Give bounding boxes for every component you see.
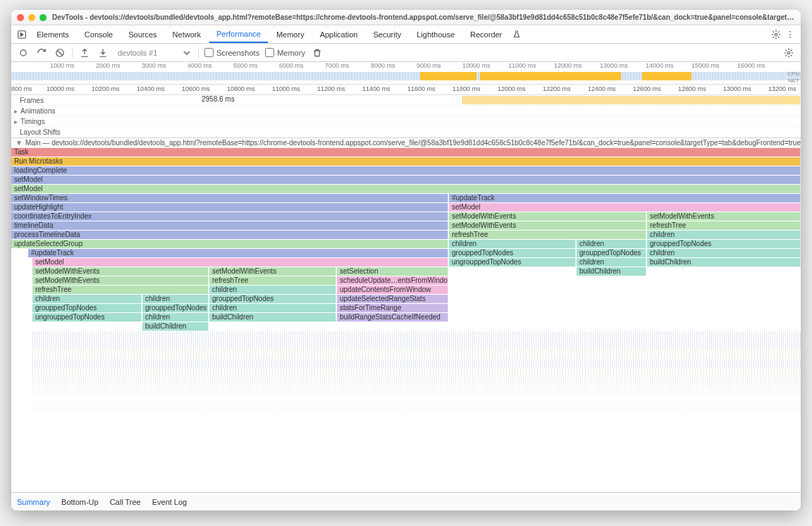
- flame-bar[interactable]: children: [577, 240, 646, 248]
- flame-bar[interactable]: setModel: [11, 185, 801, 193]
- flame-bar[interactable]: statsForTimeRange: [337, 304, 448, 312]
- flame-bar[interactable]: setModelWithEvents: [209, 267, 336, 276]
- flame-bar[interactable]: updateContentsFromWindow: [337, 286, 448, 294]
- flame-bar[interactable]: children: [449, 240, 576, 248]
- flame-bar[interactable]: children: [209, 304, 336, 312]
- tab-recorder[interactable]: Recorder: [463, 27, 509, 42]
- flame-bar[interactable]: setSelection: [337, 267, 448, 276]
- flame-bar[interactable]: updateSelectedGroup: [11, 240, 448, 248]
- tab-application[interactable]: Application: [313, 27, 365, 42]
- flame-bar[interactable]: children: [647, 249, 801, 257]
- flame-bar[interactable]: updateHighlight: [11, 203, 448, 212]
- flame-bar[interactable]: Task: [11, 148, 801, 157]
- btab-call-tree[interactable]: Call Tree: [110, 498, 141, 506]
- flame-bar[interactable]: setModel: [11, 176, 801, 184]
- flame-bar[interactable]: coordinatesToEntryIndex: [11, 212, 448, 221]
- flame-bar[interactable]: grouppedTopNodes: [32, 304, 142, 312]
- tab-security[interactable]: Security: [366, 27, 408, 42]
- btab-event-log[interactable]: Event Log: [152, 498, 187, 506]
- overview-strip[interactable]: 1000 ms 2000 ms 3000 ms 4000 ms 5000 ms …: [11, 62, 801, 85]
- track-animations[interactable]: ▸Animations: [11, 106, 801, 116]
- main-thread-header[interactable]: ▼Main — devtools://devtools/bundled/devt…: [11, 137, 801, 148]
- tab-performance[interactable]: Performance: [209, 26, 268, 43]
- flame-bar[interactable]: Run Microtasks: [11, 157, 801, 166]
- flame-bar[interactable]: children: [647, 231, 801, 239]
- flame-bar[interactable]: ungrouppedTopNodes: [32, 313, 142, 322]
- upload-icon[interactable]: [78, 47, 91, 59]
- overview-tick: 6000 ms: [279, 62, 304, 69]
- settings-icon[interactable]: [770, 28, 782, 41]
- inspect-icon[interactable]: [16, 28, 28, 41]
- profile-selector[interactable]: devtools #1: [115, 48, 192, 58]
- flame-bar[interactable]: setWindowTimes: [11, 194, 448, 202]
- flame-bar[interactable]: grouppedTopNodes: [577, 249, 646, 257]
- btab-summary[interactable]: Summary: [17, 498, 50, 506]
- track-timings[interactable]: ▸Timings: [11, 116, 801, 127]
- flame-bar[interactable]: timelineData: [11, 221, 448, 230]
- recorder-preview-icon[interactable]: [510, 28, 523, 41]
- flame-bar[interactable]: processTimelineData: [11, 231, 448, 239]
- tab-network[interactable]: Network: [166, 27, 208, 42]
- flame-bar[interactable]: children: [142, 295, 209, 303]
- record-icon[interactable]: [17, 47, 30, 59]
- flame-bar[interactable]: refreshTree: [32, 286, 209, 294]
- capture-settings-icon[interactable]: [782, 47, 795, 59]
- flame-chart[interactable]: Task Run Microtasks loadingComplete setM…: [11, 148, 801, 492]
- download-icon[interactable]: [97, 47, 109, 59]
- track-layout-shifts[interactable]: Layout Shifts: [11, 127, 801, 137]
- more-icon[interactable]: [784, 28, 796, 41]
- minimize-icon[interactable]: [28, 14, 35, 21]
- memory-checkbox[interactable]: Memory: [265, 48, 305, 57]
- tab-lighthouse[interactable]: Lighthouse: [410, 27, 462, 42]
- flame-bar[interactable]: buildChildren: [142, 322, 209, 331]
- flame-bar[interactable]: children: [142, 313, 209, 322]
- flame-bar[interactable]: refreshTree: [209, 276, 336, 285]
- overview-tick: 4000 ms: [187, 62, 212, 69]
- flame-bar[interactable]: buildChildren: [577, 267, 646, 276]
- flame-bar[interactable]: setModelWithEvents: [32, 267, 209, 276]
- flame-bar[interactable]: buildChildren: [209, 313, 336, 322]
- flame-bar[interactable]: grouppedTopNodes: [142, 304, 209, 312]
- flame-bar[interactable]: loadingComplete: [11, 166, 801, 175]
- svg-point-1: [775, 33, 777, 36]
- flame-bar[interactable]: setModel: [449, 203, 801, 212]
- tab-elements[interactable]: Elements: [30, 27, 76, 42]
- flame-bar[interactable]: children: [209, 286, 336, 294]
- tab-console[interactable]: Console: [78, 27, 120, 42]
- tab-sources[interactable]: Sources: [121, 27, 164, 42]
- flame-bar[interactable]: buildChildren: [647, 258, 801, 267]
- flame-bar[interactable]: setModelWithEvents: [647, 212, 801, 221]
- performance-toolbar: devtools #1 Screenshots Memory: [11, 44, 801, 62]
- flame-bar[interactable]: #updateTrack: [449, 194, 801, 202]
- flame-bar[interactable]: refreshTree: [449, 231, 646, 239]
- overview-tick: 2000 ms: [96, 62, 121, 69]
- trash-icon[interactable]: [311, 47, 324, 59]
- svg-point-3: [789, 34, 791, 35]
- details-tabs: Summary Bottom-Up Call Tree Event Log: [11, 492, 801, 510]
- close-icon[interactable]: [17, 14, 24, 21]
- overview-tick: 10000 ms: [462, 62, 491, 69]
- flame-bar[interactable]: grouppedTopNodes: [449, 249, 576, 257]
- flame-bar[interactable]: refreshTree: [647, 221, 801, 230]
- screenshots-checkbox[interactable]: Screenshots: [204, 48, 259, 57]
- flame-bar[interactable]: children: [577, 258, 646, 267]
- flame-bar[interactable]: scheduleUpdate…entsFromWindow: [337, 276, 448, 285]
- flame-bar[interactable]: updateSelectedRangeStats: [337, 295, 448, 303]
- timeline-ruler[interactable]: 800 ms 10000 ms 10200 ms 10400 ms 10600 …: [11, 85, 801, 95]
- flame-bar[interactable]: setModelWithEvents: [449, 212, 646, 221]
- reload-icon[interactable]: [35, 47, 48, 59]
- flame-bar[interactable]: setModelWithEvents: [32, 276, 209, 285]
- clear-icon[interactable]: [54, 47, 66, 59]
- maximize-icon[interactable]: [39, 14, 47, 21]
- flame-bar[interactable]: ungrouppedTopNodes: [449, 258, 576, 267]
- btab-bottom-up[interactable]: Bottom-Up: [61, 498, 99, 506]
- flame-bar[interactable]: setModelWithEvents: [449, 221, 646, 230]
- flame-bar[interactable]: #updateTrack: [28, 249, 448, 257]
- flame-bar[interactable]: children: [32, 295, 142, 303]
- flame-bar[interactable]: buildRangeStatsCacheIfNeeded: [337, 313, 448, 322]
- flame-bar[interactable]: grouppedTopNodes: [647, 240, 801, 248]
- track-frames[interactable]: Frames 2958.6 ms: [11, 95, 801, 106]
- tab-memory[interactable]: Memory: [269, 27, 312, 42]
- flame-bar[interactable]: grouppedTopNodes: [209, 295, 336, 303]
- flame-bar[interactable]: setModel: [32, 258, 448, 267]
